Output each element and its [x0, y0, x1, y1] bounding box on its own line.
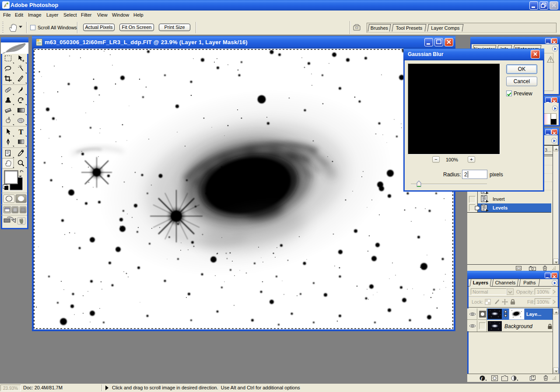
svg-text:T: T [19, 128, 24, 136]
